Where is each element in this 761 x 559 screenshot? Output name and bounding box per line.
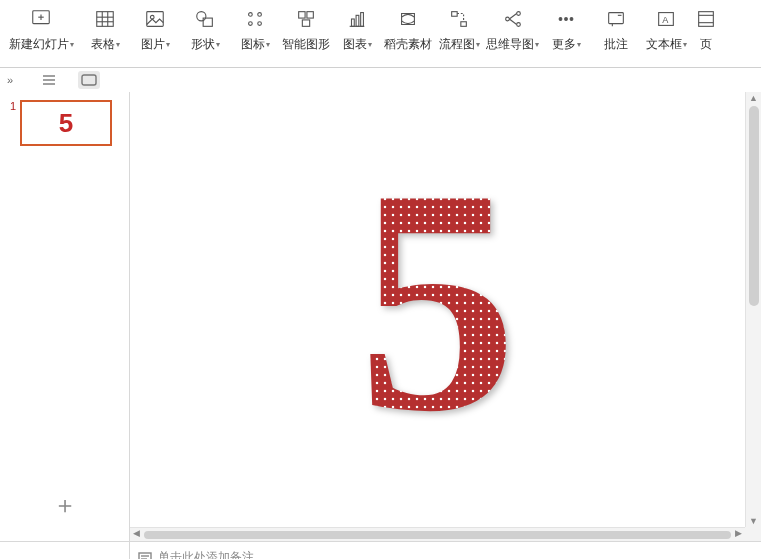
- svg-rect-17: [307, 12, 313, 18]
- icon-label: 图标: [241, 36, 265, 53]
- main-area: 1 5 ＋ 5 ▲ ▼: [0, 92, 761, 527]
- icons-icon: [242, 6, 268, 32]
- slide: 5: [130, 92, 745, 527]
- horizontal-scrollbar[interactable]: ◀ ▶: [130, 527, 745, 541]
- svg-line-28: [509, 14, 516, 20]
- more-icon: [553, 6, 579, 32]
- table-icon: [92, 6, 118, 32]
- chevron-down-icon: ▾: [476, 40, 480, 49]
- chart-icon: [344, 6, 370, 32]
- expand-panel-button[interactable]: »: [0, 74, 20, 86]
- thumbnail-view-button[interactable]: [78, 71, 100, 89]
- svg-rect-33: [609, 13, 624, 24]
- comment-label: 批注: [604, 36, 628, 53]
- scroll-left-icon: ◀: [133, 528, 140, 538]
- scroll-right-icon: ▶: [735, 528, 742, 538]
- svg-point-25: [505, 17, 509, 21]
- vertical-scrollbar[interactable]: ▲ ▼: [745, 92, 761, 527]
- textbox-button[interactable]: A 文本框▾: [641, 6, 691, 62]
- scroll-up-icon: ▲: [746, 93, 761, 103]
- add-slide-button[interactable]: ＋: [53, 489, 77, 521]
- textbox-icon: A: [653, 6, 679, 32]
- chart-button[interactable]: 图表▾: [332, 6, 382, 62]
- chevron-down-icon: ▾: [166, 40, 170, 49]
- svg-rect-8: [147, 12, 164, 27]
- header-footer-icon: [693, 6, 719, 32]
- scroll-down-icon: ▼: [746, 516, 761, 526]
- svg-text:A: A: [662, 15, 669, 25]
- svg-point-12: [249, 13, 253, 17]
- svg-rect-3: [97, 12, 114, 27]
- smartart-icon: [293, 6, 319, 32]
- svg-point-13: [258, 13, 262, 17]
- notes-placeholder: 单击此处添加备注: [158, 549, 254, 559]
- svg-point-10: [197, 12, 206, 21]
- thumbnail-row: 1 5: [4, 100, 125, 146]
- mindmap-icon: [500, 6, 526, 32]
- vertical-scroll-thumb[interactable]: [749, 106, 759, 306]
- chevron-down-icon: ▾: [116, 40, 120, 49]
- image-button[interactable]: 图片▾: [130, 6, 180, 62]
- svg-rect-20: [352, 19, 355, 26]
- ribbon-toolbar: 新建幻灯片▾ 表格▾ 图片▾ 形状▾ 图标▾ 智能图形 图表▾ 稻壳素材 流程图…: [0, 0, 761, 68]
- slide-canvas-area: 5 ▲ ▼: [130, 92, 761, 527]
- svg-rect-16: [299, 12, 305, 18]
- header-footer-label: 页: [700, 36, 712, 53]
- svg-point-30: [559, 18, 562, 21]
- svg-point-14: [249, 22, 253, 26]
- slide-canvas[interactable]: 5: [130, 92, 745, 527]
- notes-bar: 单击此处添加备注: [0, 541, 761, 559]
- thumbnail-index: 1: [4, 100, 16, 112]
- horizontal-scroll-row: ◀ ▶: [0, 527, 761, 541]
- notes-left-spacer: [0, 542, 130, 559]
- svg-rect-21: [356, 15, 359, 26]
- slide-thumbnail[interactable]: 5: [20, 100, 112, 146]
- svg-rect-44: [82, 75, 96, 85]
- chevron-down-icon: ▾: [683, 40, 687, 49]
- svg-rect-38: [699, 12, 714, 27]
- textbox-label: 文本框: [646, 36, 682, 53]
- table-button[interactable]: 表格▾: [80, 6, 130, 62]
- comment-button[interactable]: 批注: [591, 6, 641, 62]
- svg-line-29: [509, 19, 516, 25]
- mindmap-label: 思维导图: [486, 36, 534, 53]
- flowchart-label: 流程图: [439, 36, 475, 53]
- notes-input[interactable]: 单击此处添加备注: [130, 542, 761, 559]
- smartart-label: 智能图形: [282, 36, 330, 53]
- svg-rect-23: [452, 12, 458, 17]
- icon-button[interactable]: 图标▾: [230, 6, 280, 62]
- flowchart-icon: [446, 6, 472, 32]
- slide-thumbnails-panel: 1 5 ＋: [0, 92, 130, 527]
- view-subbar: »: [0, 68, 761, 92]
- svg-point-26: [516, 12, 520, 16]
- chevron-down-icon: ▾: [216, 40, 220, 49]
- smartart-button[interactable]: 智能图形: [280, 6, 332, 62]
- chevron-down-icon: ▾: [535, 40, 539, 49]
- new-slide-button[interactable]: 新建幻灯片▾: [2, 6, 80, 62]
- shape-button[interactable]: 形状▾: [180, 6, 230, 62]
- new-slide-label: 新建幻灯片: [9, 36, 69, 53]
- docer-button[interactable]: 稻壳素材: [382, 6, 434, 62]
- docer-label: 稻壳素材: [384, 36, 432, 53]
- mindmap-button[interactable]: 思维导图▾: [484, 6, 541, 62]
- more-button[interactable]: 更多▾: [541, 6, 591, 62]
- header-footer-button[interactable]: 页: [691, 6, 721, 62]
- new-slide-icon: [28, 6, 54, 32]
- svg-rect-24: [461, 22, 467, 27]
- table-label: 表格: [91, 36, 115, 53]
- chevron-down-icon: ▾: [368, 40, 372, 49]
- chevron-down-icon: ▾: [266, 40, 270, 49]
- svg-point-32: [570, 18, 573, 21]
- svg-point-27: [516, 23, 520, 27]
- outline-view-button[interactable]: [38, 71, 60, 89]
- shape-label: 形状: [191, 36, 215, 53]
- image-label: 图片: [141, 36, 165, 53]
- svg-point-31: [565, 18, 568, 21]
- notes-icon: [138, 551, 152, 560]
- flowchart-button[interactable]: 流程图▾: [434, 6, 484, 62]
- horizontal-scroll-thumb[interactable]: [144, 531, 731, 539]
- chevron-down-icon: ▾: [70, 40, 74, 49]
- svg-point-15: [258, 22, 262, 26]
- comment-icon: [603, 6, 629, 32]
- chart-label: 图表: [343, 36, 367, 53]
